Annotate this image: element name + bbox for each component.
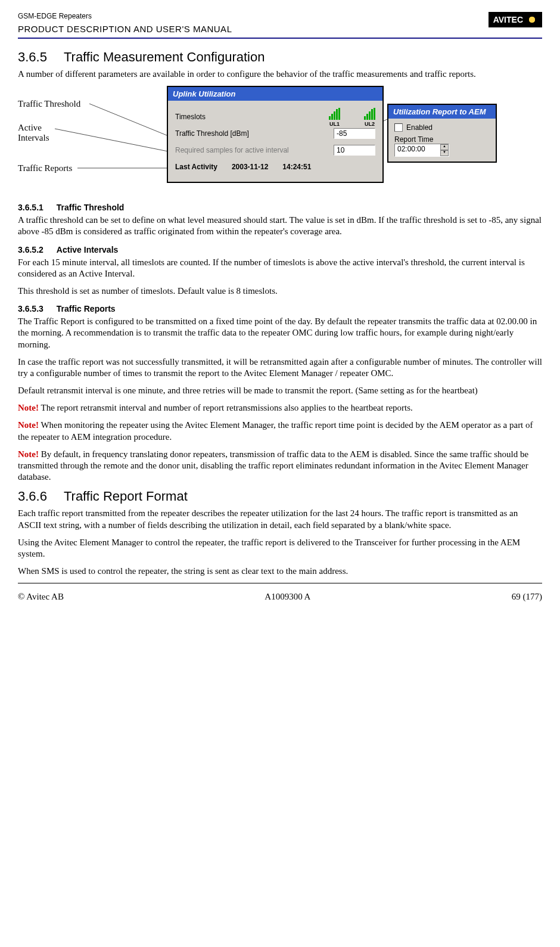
section-number: 3.6.5.2: [18, 245, 43, 254]
s3653-p3: Default retransmit interval is one minut…: [18, 385, 542, 396]
ul1-label: UL1: [329, 121, 340, 127]
s366-p3: When SMS is used to control the repeater…: [18, 566, 542, 577]
report-time-input[interactable]: 02:00:00 ▲ ▼: [394, 144, 449, 157]
s366-p2: Using the Avitec Element Manager to cont…: [18, 537, 542, 560]
section-3653-heading: 3.6.5.3Traffic Reports: [18, 304, 542, 313]
report-panel-body: Enabled Report Time 02:00:00 ▲ ▼: [388, 119, 496, 162]
section-title: Active Intervals: [57, 245, 119, 254]
config-figure: Traffic Threshold Active Intervals Traff…: [18, 86, 542, 193]
s3653-p2: In case the traffic report was not succe…: [18, 356, 542, 379]
product-model: GSM-EDGE Repeaters: [18, 12, 232, 20]
time-spinner[interactable]: ▲ ▼: [440, 144, 449, 156]
note-label: Note!: [18, 403, 39, 412]
utilization-report-panel: Utilization Report to AEM Enabled Report…: [387, 104, 497, 163]
enabled-row: Enabled: [394, 123, 490, 132]
section-title: Traffic Reports: [57, 304, 116, 313]
spin-up-icon[interactable]: ▲: [440, 144, 449, 150]
sun-icon: [527, 14, 537, 25]
section-3651-heading: 3.6.5.1Traffic Threshold: [18, 203, 542, 212]
footer-page: 69 (177): [512, 592, 542, 602]
section-title: Traffic Measurement Configuration: [64, 49, 265, 64]
footer-docnum: A1009300 A: [265, 592, 310, 602]
section-title: Traffic Report Format: [64, 489, 188, 504]
uplink-utilization-panel: Uplink Utilization Timeslots UL1 UL2 Tra…: [167, 86, 384, 183]
s3653-note2: Note! When monitoring the repeater using…: [18, 420, 542, 442]
svg-line-1: [55, 129, 174, 153]
report-panel-title: Utilization Report to AEM: [388, 105, 496, 119]
logo-text: AVITEC: [493, 15, 523, 24]
last-activity-date: 2003-11-12: [232, 163, 268, 171]
section-3652-heading: 3.6.5.2Active Intervals: [18, 245, 542, 254]
section-number: 3.6.5.3: [18, 304, 43, 313]
note-label: Note!: [18, 449, 39, 459]
note-text: When monitoring the repeater using the A…: [18, 420, 533, 441]
enabled-checkbox[interactable]: [394, 123, 403, 132]
note-text: The report retransmit interval and numbe…: [39, 403, 413, 412]
section-365-heading: 3.6.5Traffic Measurement Configuration: [18, 49, 542, 65]
svg-line-0: [89, 104, 174, 138]
s3651-p1: A traffic threshold can be set to define…: [18, 215, 542, 237]
section-number: 3.6.5.1: [18, 203, 43, 212]
report-time-label: Report Time: [394, 135, 490, 144]
section-title: Traffic Threshold: [57, 203, 125, 212]
timeslot-bars: UL1 UL2: [329, 107, 375, 127]
ul1-group: UL1: [329, 107, 340, 127]
s3653-p1: The Traffic Report is configured to be t…: [18, 316, 542, 350]
section-number: 3.6.6: [18, 489, 47, 504]
page-footer: © Avitec AB A1009300 A 69 (177): [18, 592, 542, 602]
page-header: GSM-EDGE Repeaters PRODUCT DESCRIPTION A…: [18, 12, 542, 34]
s3652-p2: This threshold is set as number of times…: [18, 285, 542, 297]
header-divider: [18, 38, 542, 39]
note-text: By default, in frequency translating don…: [18, 449, 528, 482]
uplink-panel-body: Timeslots UL1 UL2 Traffic Threshold [dBm…: [168, 101, 382, 182]
spin-down-icon[interactable]: ▼: [440, 150, 449, 156]
header-left: GSM-EDGE Repeaters PRODUCT DESCRIPTION A…: [18, 12, 232, 34]
footer-copyright: © Avitec AB: [18, 592, 64, 602]
enabled-label: Enabled: [406, 123, 433, 132]
section-365-intro: A number of different parameters are ava…: [18, 69, 542, 80]
timeslots-row: Timeslots UL1 UL2: [175, 110, 375, 123]
samples-row: Required samples for active interval 10: [175, 144, 375, 157]
threshold-label: Traffic Threshold [dBm]: [175, 129, 334, 138]
note-label: Note!: [18, 420, 39, 430]
manual-title: PRODUCT DESCRIPTION AND USER'S MANUAL: [18, 24, 232, 34]
last-activity-label: Last Activity: [175, 163, 217, 171]
section-number: 3.6.5: [18, 49, 47, 64]
uplink-panel-title: Uplink Utilization: [168, 87, 382, 101]
ul2-group: UL2: [364, 107, 375, 127]
last-activity-time: 14:24:51: [282, 163, 311, 171]
s3652-p1: For each 15 minute interval, all timeslo…: [18, 257, 542, 280]
s366-p1: Each traffic report transmitted from the…: [18, 508, 542, 530]
timeslots-label: Timeslots: [175, 113, 329, 121]
last-activity-row: Last Activity 2003-11-12 14:24:51: [175, 160, 375, 173]
avitec-logo: AVITEC: [489, 12, 542, 27]
threshold-row: Traffic Threshold [dBm] -85: [175, 127, 375, 140]
s3653-note1: Note! The report retransmit interval and…: [18, 402, 542, 414]
ul2-label: UL2: [365, 121, 375, 127]
samples-input[interactable]: 10: [334, 145, 375, 156]
footer-divider: [18, 583, 542, 583]
report-time-value: 02:00:00: [395, 144, 440, 156]
s3653-note3: Note! By default, in frequency translati…: [18, 449, 542, 483]
threshold-input[interactable]: -85: [334, 128, 375, 139]
section-366-heading: 3.6.6Traffic Report Format: [18, 489, 542, 504]
samples-label: Required samples for active interval: [175, 146, 334, 154]
